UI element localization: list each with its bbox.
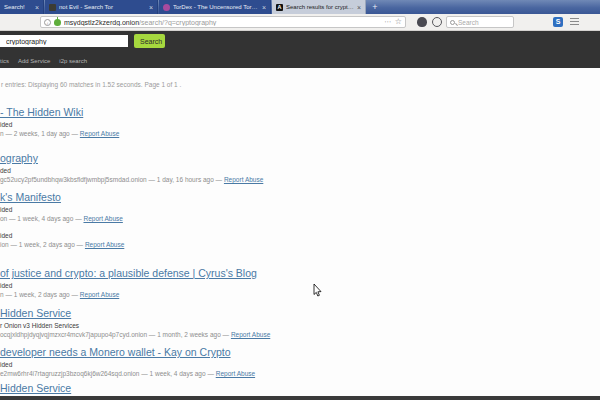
result-description: ided xyxy=(0,361,560,368)
header-link-add-service[interactable]: Add Service xyxy=(18,58,50,64)
bottom-edge-bar xyxy=(0,396,600,400)
search-result: developer needs a Monero wallet - Kay on… xyxy=(0,346,560,377)
tab-title: Search! xyxy=(4,4,32,10)
search-result: ided ion — 1 week, 2 days ago — Report A… xyxy=(0,229,560,248)
search-result: ography ded gc52ucy2pf5undbhqw3kbsfldfjw… xyxy=(0,152,560,183)
result-description: ded xyxy=(0,167,560,174)
result-meta: ion — 1 week, 2 days ago — Report Abuse xyxy=(0,241,560,248)
result-description: ided xyxy=(0,282,560,289)
result-meta: gc52ucy2pf5undbhqw3kbsfldfjwmbpj5smdad.o… xyxy=(0,176,560,183)
result-description: ided xyxy=(0,121,560,128)
security-level-icon[interactable] xyxy=(432,17,442,27)
tab-ahmia-active[interactable]: A Search results for cryptography × xyxy=(272,0,366,14)
search-placeholder: Search xyxy=(458,19,479,26)
result-description: r Onion v3 Hidden Services xyxy=(0,322,560,329)
result-title-link[interactable]: of justice and crypto: a plausible defen… xyxy=(0,267,560,279)
browser-search-box[interactable]: Search xyxy=(446,16,514,28)
tab-title: not Evil - Search Tor xyxy=(59,4,146,10)
search-icon xyxy=(450,20,455,25)
search-result: Hidden Service xyxy=(0,382,560,394)
result-description: ided xyxy=(0,206,560,213)
header-link-statistics[interactable]: tics xyxy=(0,58,9,64)
header-links: ticsAdd Servicei2p search xyxy=(0,58,400,64)
result-url-age: e2mw6rhr4i7rtagruzzjp3bzoq6kj6w264sqd.on… xyxy=(0,370,214,377)
ahmia-header: Search ticsAdd Servicei2p search xyxy=(0,31,600,68)
result-url-age: n — 2 weeks, 1 day ago — xyxy=(0,130,78,137)
tab-close-icon[interactable]: × xyxy=(357,4,361,11)
search-result: k's Manifesto ided on — 1 week, 4 days a… xyxy=(0,191,560,222)
result-title-link[interactable]: ography xyxy=(0,152,560,164)
search-result: - The Hidden Wiki ided n — 2 weeks, 1 da… xyxy=(0,106,560,137)
tab-tordex[interactable]: TorDex - The Uncensored Tor Sea × xyxy=(159,0,271,14)
onion-circuit-icon[interactable] xyxy=(54,19,61,26)
result-meta: e2mw6rhr4i7rtagruzzjp3bzoq6kj6w264sqd.on… xyxy=(0,370,560,377)
tab-title: Search results for cryptography xyxy=(286,4,354,10)
tab-close-icon[interactable]: × xyxy=(262,4,266,11)
search-button[interactable]: Search xyxy=(134,34,165,48)
search-result: Hidden Service r Onion v3 Hidden Service… xyxy=(0,307,560,338)
report-abuse-link[interactable]: Report Abuse xyxy=(80,130,119,137)
result-description: ided xyxy=(0,232,560,239)
report-abuse-link[interactable]: Report Abuse xyxy=(224,176,263,183)
site-info-icon[interactable]: i xyxy=(44,19,51,26)
result-url-age: on — 1 week, 4 days ago — xyxy=(0,215,82,222)
header-link-i2p-search[interactable]: i2p search xyxy=(59,58,87,64)
tab-bar: Search! × not Evil - Search Tor × TorDex… xyxy=(0,0,600,14)
bookmark-star-icon[interactable]: ☆ xyxy=(395,18,402,26)
result-title-link[interactable]: k's Manifesto xyxy=(0,191,560,203)
result-meta: n — 1 week, 2 days ago — Report Abuse xyxy=(0,291,560,298)
noscript-icon[interactable]: S xyxy=(553,17,563,27)
url-text: msydqstlz2kzerdg.onion/search/?q=cryptog… xyxy=(64,19,381,26)
report-abuse-link[interactable]: Report Abuse xyxy=(216,370,255,377)
result-url-age: ocqjxldhpjdyqjvqjmzxcr4mcvk7japupo4p7cyd… xyxy=(0,331,229,338)
result-title-link[interactable]: - The Hidden Wiki xyxy=(0,106,560,118)
result-url-age: n — 1 week, 2 days ago — xyxy=(0,291,78,298)
result-title-link[interactable]: Hidden Service xyxy=(0,307,560,319)
browser-window: Search! × not Evil - Search Tor × TorDex… xyxy=(0,0,600,400)
navigation-bar: i msydqstlz2kzerdg.onion/search/?q=crypt… xyxy=(0,14,600,31)
tab-title: TorDex - The Uncensored Tor Sea xyxy=(173,4,259,10)
result-url-age: gc52ucy2pf5undbhqw3kbsfldfjwmbpj5smdad.o… xyxy=(0,176,222,183)
tab-search-partial[interactable]: Search! × xyxy=(0,0,44,14)
tab-close-icon[interactable]: × xyxy=(35,4,39,11)
report-abuse-link[interactable]: Report Abuse xyxy=(80,291,119,298)
report-abuse-link[interactable]: Report Abuse xyxy=(83,215,122,222)
ahmia-favicon-icon: A xyxy=(276,4,283,11)
notevil-favicon-icon xyxy=(49,4,56,11)
report-abuse-link[interactable]: Report Abuse xyxy=(85,241,124,248)
tab-close-icon[interactable]: × xyxy=(149,4,153,11)
page-actions-icon[interactable]: ⋯ xyxy=(384,18,392,26)
tab-notevil[interactable]: not Evil - Search Tor × xyxy=(45,0,158,14)
hamburger-menu-icon[interactable] xyxy=(570,18,579,26)
result-title-link[interactable]: Hidden Service xyxy=(0,382,560,394)
result-url-age: ion — 1 week, 2 days ago — xyxy=(0,241,83,248)
url-domain: msydqstlz2kzerdg.onion xyxy=(64,19,139,26)
result-meta: on — 1 week, 4 days ago — Report Abuse xyxy=(0,215,560,222)
tordex-favicon-icon xyxy=(163,4,170,11)
result-meta: ocqjxldhpjdyqjvqjmzxcr4mcvk7japupo4p7cyd… xyxy=(0,331,560,338)
query-input[interactable] xyxy=(0,35,128,47)
url-path: /search/?q=cryptography xyxy=(139,19,216,26)
search-result: of justice and crypto: a plausible defen… xyxy=(0,267,560,298)
report-abuse-link[interactable]: Report Abuse xyxy=(231,331,270,338)
result-title-link[interactable]: developer needs a Monero wallet - Kay on… xyxy=(0,346,560,358)
torbutton-onion-icon[interactable] xyxy=(417,17,427,27)
new-tab-button[interactable]: + xyxy=(369,1,381,13)
results-summary: r entries: Displaying 60 matches in 1.52… xyxy=(1,81,181,88)
result-meta: n — 2 weeks, 1 day ago — Report Abuse xyxy=(0,130,560,137)
url-bar[interactable]: i msydqstlz2kzerdg.onion/search/?q=crypt… xyxy=(40,16,406,28)
